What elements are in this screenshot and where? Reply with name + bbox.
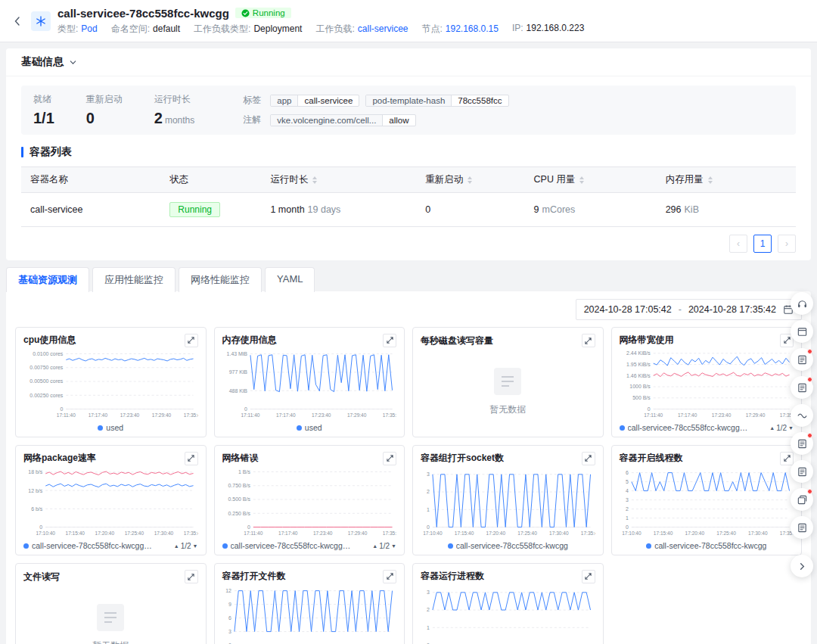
date-range-picker[interactable]: 2024-10-28 17:05:42 - 2024-10-28 17:35:4… (576, 299, 802, 320)
chart-legend: used (23, 422, 198, 434)
column-header[interactable]: 运行时长 (261, 167, 416, 193)
svg-text:0: 0 (626, 524, 629, 530)
legend-item[interactable]: call-servicee-78cc558fcc-kwcgg (646, 541, 766, 550)
tab-app-performance[interactable]: 应用性能监控 (92, 267, 176, 292)
stat-label: 就绪 (33, 93, 54, 106)
expand-chart-button[interactable] (582, 334, 595, 347)
legend-next-icon[interactable]: ▼ (391, 543, 396, 549)
feedback-icon[interactable] (791, 404, 813, 427)
legend-item[interactable]: call-servicee-78cc558fcc-kwcgg-i... (23, 541, 153, 550)
support-icon[interactable] (791, 292, 813, 315)
chart-title: 容器组打开socket数 (421, 452, 504, 465)
meta-label: 节点: (421, 23, 442, 34)
svg-text:5: 5 (626, 480, 629, 485)
prev-page-button[interactable]: ‹ (729, 235, 747, 253)
expand-chart-button[interactable] (185, 452, 198, 465)
legend-items: call-servicee-78cc558fcc-kwcgg-i... (620, 423, 749, 432)
basic-info-header[interactable]: 基础信息 (6, 48, 811, 76)
stat-number: 1/1 (33, 110, 54, 126)
chart-legend: call-servicee-78cc558fcc-kwcgg-i...▲1/2▼ (23, 540, 198, 552)
svg-text:0: 0 (647, 406, 650, 412)
sort-icon[interactable] (579, 176, 584, 184)
column-header[interactable]: 重新启动 (416, 167, 524, 193)
column-header[interactable]: CPU 用量 (525, 167, 657, 193)
tag-value: allow (383, 115, 415, 126)
svg-text:3: 3 (626, 498, 629, 503)
legend-items: used (98, 423, 123, 432)
quick-panel-icon[interactable] (791, 320, 813, 343)
metadata-row: 注解vke.volcengine.com/cell...allow (243, 114, 508, 126)
svg-text:0.00250 cores: 0.00250 cores (30, 393, 64, 398)
chart-card: 内存使用信息1.43 MiB977 KiB488 KiB017:11:4017:… (214, 327, 405, 437)
ticket-icon[interactable] (791, 348, 813, 371)
meta-value[interactable]: 192.168.0.15 (446, 23, 499, 34)
meta-value[interactable]: call-servicee (358, 23, 408, 34)
pod-stat: 就绪1/1 (33, 93, 54, 127)
legend-prev-icon[interactable]: ▲ (372, 543, 377, 549)
floating-toolbar (791, 292, 813, 577)
cell-unit: 19 days (308, 204, 341, 215)
chart-card: 网络带宽使用2.44 KiB/s1.95 KiB/s1.46 KiB/s1000… (611, 327, 803, 437)
sort-icon[interactable] (708, 176, 713, 184)
expand-chart-button[interactable] (383, 334, 396, 347)
legend-items: used (297, 423, 322, 432)
chart-plot: 321017:10:4017:15:4017:20:4017:25:4017:3… (421, 583, 595, 644)
next-page-button[interactable]: › (778, 235, 796, 253)
chart-legend: call-servicee-78cc558fcc-kwcgg-i...▲1/2▼ (620, 422, 794, 434)
message-icon[interactable] (791, 432, 813, 455)
legend-label: call-servicee-78cc558fcc-kwcgg-i... (231, 541, 352, 550)
expand-chart-button[interactable] (383, 570, 396, 583)
expand-icon (783, 336, 791, 344)
table-cell: 9mCores (525, 193, 657, 227)
column-header[interactable]: 内存用量 (657, 167, 796, 193)
legend-item[interactable]: used (98, 423, 123, 432)
chart-card: 容器开启线程数654321017:10:4017:15:4017:20:4017… (611, 445, 803, 555)
legend-item[interactable]: used (297, 423, 322, 432)
tab-yaml[interactable]: YAML (265, 267, 315, 292)
expand-chart-button[interactable] (582, 570, 595, 583)
stat-suffix: months (165, 115, 194, 126)
svg-text:500 B/s: 500 B/s (632, 396, 651, 401)
pagination: ‹ 1 › (21, 227, 796, 257)
legend-prev-icon[interactable]: ▲ (174, 543, 179, 549)
meta-value[interactable]: Pod (81, 23, 97, 34)
cell-unit: KiB (685, 204, 699, 215)
chart-card: 容器运行进程数321017:10:4017:15:4017:20:4017:25… (412, 563, 604, 644)
no-data-icon (94, 602, 127, 635)
back-button[interactable] (11, 14, 24, 28)
guide-icon[interactable] (791, 516, 813, 539)
legend-item[interactable]: call-servicee-78cc558fcc-kwcgg-i... (620, 423, 749, 432)
tab-basic-resources[interactable]: 基础资源观测 (6, 267, 89, 292)
legend-pager: ▲1/2▼ (174, 542, 198, 550)
metadata-row: 标签appcall-serviceepod-template-hash78cc5… (243, 94, 508, 107)
legend-label: used (305, 423, 322, 432)
expand-chart-button[interactable] (185, 570, 198, 583)
svg-text:1.43 MiB: 1.43 MiB (226, 352, 247, 357)
legend-item[interactable]: call-servicee-78cc558fcc-kwcgg (448, 541, 568, 550)
chevron-right-icon[interactable] (791, 555, 813, 577)
tab-network-performance[interactable]: 网络性能监控 (179, 267, 262, 292)
svg-text:1: 1 (427, 507, 430, 512)
current-page-button[interactable]: 1 (753, 235, 772, 253)
svg-text:17:29:40: 17:29:40 (347, 531, 367, 537)
survey-icon[interactable] (791, 376, 813, 399)
expand-chart-button[interactable] (582, 452, 595, 465)
sort-icon[interactable] (468, 176, 472, 184)
container-status-badge: Running (169, 202, 220, 217)
expand-chart-button[interactable] (185, 334, 198, 347)
sort-icon[interactable] (312, 176, 317, 184)
legend-next-icon[interactable]: ▼ (193, 543, 198, 549)
svg-text:3: 3 (427, 472, 430, 478)
docs-icon[interactable] (791, 460, 813, 483)
resources-icon[interactable] (791, 488, 813, 511)
monitor-panel: 2024-10-28 17:05:42 - 2024-10-28 17:35:4… (6, 291, 811, 644)
expand-chart-button[interactable] (383, 452, 396, 465)
svg-text:17:35:40: 17:35:40 (184, 531, 198, 537)
expand-icon (386, 336, 394, 344)
chart-title: 网络package速率 (23, 452, 96, 465)
expand-icon (187, 336, 195, 344)
legend-prev-icon[interactable]: ▲ (769, 425, 775, 431)
svg-text:17:15:40: 17:15:40 (653, 531, 673, 537)
legend-item[interactable]: call-servicee-78cc558fcc-kwcgg-i... (222, 541, 352, 550)
table-row: call-serviceeRunning1 month19 days09mCor… (21, 193, 796, 227)
